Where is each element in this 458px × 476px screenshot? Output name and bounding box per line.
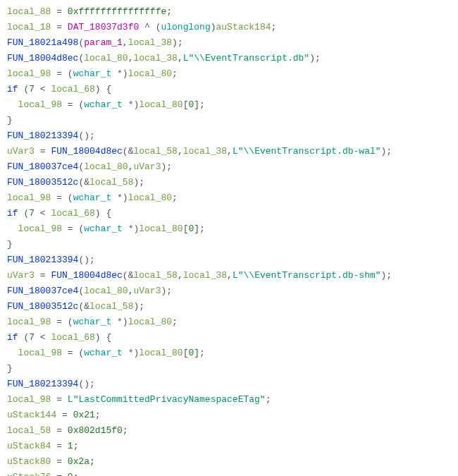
code-token: FUN_18003512c (7, 177, 78, 188)
code-token: local_80 (139, 224, 182, 234)
code-token: *) (123, 348, 139, 358)
code-token: = (51, 6, 67, 17)
code-line: uStack80 = 0x2a; (7, 454, 451, 470)
code-token: ; (123, 425, 128, 436)
code-token: ; (172, 68, 178, 79)
code-token: , (178, 270, 183, 281)
code-line: if (7 < local_68) { (7, 330, 451, 346)
code-token: local_58 (89, 177, 133, 188)
code-token: local_68 (51, 332, 94, 343)
code-line: FUN_18004d8ec(local_80,local_38,L"\\Even… (7, 51, 451, 66)
code-token: } (7, 115, 13, 126)
code-token: 1 (68, 441, 73, 451)
code-token: local_98 (7, 193, 51, 203)
code-line: } (7, 361, 451, 377)
code-token: (& (123, 270, 134, 281)
code-token: ]; (194, 99, 205, 110)
code-token: local_18 (7, 22, 51, 32)
code-token: ) { (95, 84, 111, 94)
code-token: (); (78, 130, 94, 141)
code-token: ; (266, 394, 271, 405)
code-token: ulonglong (161, 22, 210, 32)
code-token: local_98 (18, 99, 62, 110)
code-token: = ( (51, 193, 73, 203)
code-token: FUN_18021a498 (7, 37, 78, 48)
code-token: (& (78, 177, 89, 188)
code-token: , (227, 146, 233, 157)
code-token: if (7, 84, 18, 94)
code-token: ( (18, 208, 30, 219)
code-token: ) (211, 22, 216, 32)
code-token: L"\\EventTranscript.db" (183, 53, 309, 63)
code-token: *) (123, 99, 139, 110)
code-token: 0 (68, 472, 73, 476)
code-line: local_88 = 0xfffffffffffffffe; (7, 4, 451, 20)
code-token: ); (172, 37, 183, 48)
code-token: ); (133, 301, 144, 312)
code-token: = ( (62, 224, 84, 234)
code-token: = (35, 146, 51, 157)
code-token: = (51, 456, 67, 467)
code-token (7, 348, 18, 358)
code-line: uVar3 = FUN_18004d8ec(&local_58,local_38… (7, 144, 451, 159)
code-token: uVar3 (133, 286, 161, 296)
code-token: = ( (51, 68, 73, 79)
code-token: uVar3 (7, 146, 35, 157)
code-token: local_80 (139, 348, 182, 358)
code-line: uStack84 = 1; (7, 439, 451, 454)
code-token: , (178, 146, 183, 157)
code-line: if (7 < local_68) { (7, 82, 451, 97)
code-token: 0x21 (73, 410, 95, 420)
code-token: ) { (95, 208, 111, 219)
code-token: = (51, 22, 67, 32)
code-token: ; (89, 456, 95, 467)
code-token: local_58 (133, 146, 177, 157)
code-token: 7 (29, 332, 35, 343)
code-token: if (7, 332, 18, 343)
code-token: local_68 (51, 84, 94, 94)
code-token: *) (123, 224, 139, 234)
code-token: ; (95, 410, 101, 420)
code-token: < (35, 208, 51, 219)
code-token: uStack84 (7, 441, 51, 451)
code-token: ; (271, 22, 277, 32)
code-token: [ (183, 348, 189, 358)
code-token: local_80 (84, 53, 128, 63)
code-token: param_1 (84, 37, 123, 48)
code-token: local_80 (128, 68, 172, 79)
code-token: local_98 (7, 317, 51, 327)
code-token: = (51, 441, 67, 451)
code-token: local_98 (7, 394, 51, 405)
code-line: } (7, 237, 451, 252)
code-line: } (7, 113, 451, 128)
code-token: wchar_t (73, 68, 112, 79)
code-line: local_98 = (wchar_t *)local_80[0]; (7, 346, 451, 361)
code-token: uStack76 (7, 472, 51, 476)
code-token: local_80 (84, 161, 128, 172)
code-token: local_98 (18, 224, 62, 234)
code-token: ; (172, 317, 178, 327)
code-line: FUN_18003512c(&local_58); (7, 175, 451, 190)
code-line: local_18 = DAT_18037d3f0 ^ (ulonglong)au… (7, 20, 451, 35)
code-token: 0x802d15f0 (68, 425, 123, 436)
code-token: ]; (194, 348, 205, 358)
code-token: ; (73, 441, 79, 451)
code-token: local_88 (7, 6, 51, 17)
code-token: FUN_180213394 (7, 379, 78, 389)
code-line: FUN_180037ce4(local_80,uVar3); (7, 283, 451, 299)
code-line: local_98 = (wchar_t *)local_80; (7, 66, 451, 82)
code-token: < (35, 84, 51, 94)
code-token: ; (73, 472, 79, 476)
code-token: , (227, 270, 233, 281)
code-token: *) (111, 68, 128, 79)
code-token: (); (78, 255, 94, 265)
code-token: FUN_180213394 (7, 255, 78, 265)
code-line: local_98 = (wchar_t *)local_80; (7, 315, 451, 330)
code-token: < (35, 332, 51, 343)
code-token: uStack144 (7, 410, 56, 420)
code-line: if (7 < local_68) { (7, 206, 451, 221)
code-token: auStack184 (216, 22, 271, 32)
code-token: ) { (95, 332, 111, 343)
code-token: FUN_180213394 (7, 130, 78, 141)
code-line: local_58 = 0x802d15f0; (7, 423, 451, 439)
